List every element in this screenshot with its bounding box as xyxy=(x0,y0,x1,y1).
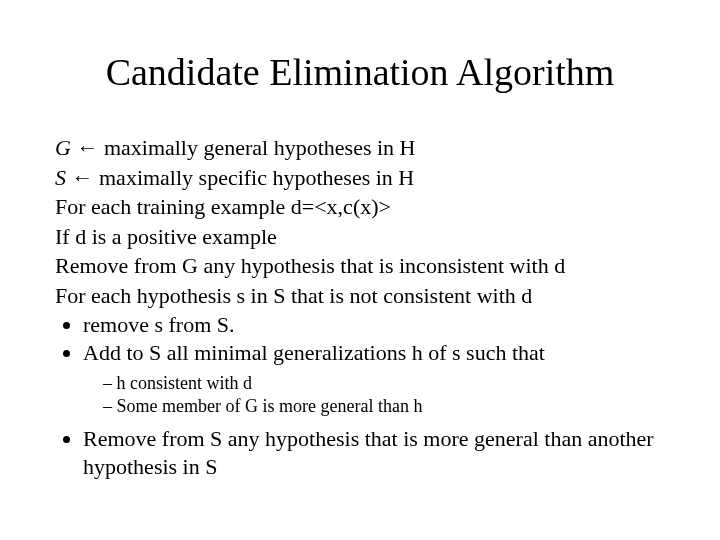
bullet-list-1: remove s from S. Add to S all minimal ge… xyxy=(55,311,665,366)
sub-h-consistent: h consistent with d xyxy=(103,372,665,395)
line-g-text: ← maximally general hypotheses in H xyxy=(71,135,416,160)
bullet-list-2: Remove from S any hypothesis that is mor… xyxy=(55,425,665,480)
bullet-remove-general-s: Remove from S any hypothesis that is mor… xyxy=(83,425,665,480)
line-s-init: S ← maximally specific hypotheses in H xyxy=(55,164,665,192)
line-s-text: ← maximally specific hypotheses in H xyxy=(66,165,414,190)
var-s: S xyxy=(55,165,66,190)
slide-title: Candidate Elimination Algorithm xyxy=(55,50,665,94)
var-g: G xyxy=(55,135,71,160)
line-if-positive: If d is a positive example xyxy=(55,223,665,251)
sub-g-more-general: Some member of G is more general than h xyxy=(103,395,665,418)
sub-bullet-list: h consistent with d Some member of G is … xyxy=(55,372,665,417)
slide: Candidate Elimination Algorithm G ← maxi… xyxy=(0,0,720,540)
bullet-remove-s: remove s from S. xyxy=(83,311,665,339)
slide-body: G ← maximally general hypotheses in H S … xyxy=(55,134,665,480)
line-g-init: G ← maximally general hypotheses in H xyxy=(55,134,665,162)
line-foreach-s: For each hypothesis s in S that is not c… xyxy=(55,282,665,310)
bullet-add-generalizations: Add to S all minimal generalizations h o… xyxy=(83,339,665,367)
line-foreach-d: For each training example d=<x,c(x)> xyxy=(55,193,665,221)
line-remove-g: Remove from G any hypothesis that is inc… xyxy=(55,252,665,280)
